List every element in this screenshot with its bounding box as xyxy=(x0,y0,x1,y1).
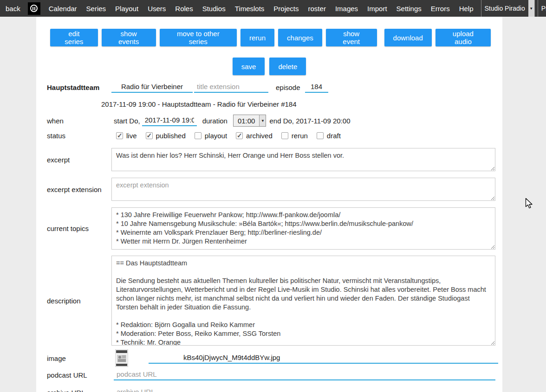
chevron-down-icon: ▼ xyxy=(528,0,534,17)
when-label: when xyxy=(36,117,111,125)
nav-import[interactable]: Import xyxy=(363,5,392,13)
excerpt-extension-textarea[interactable] xyxy=(111,178,495,201)
episode-label: episode xyxy=(276,84,300,91)
archive-url-input[interactable] xyxy=(114,387,495,392)
show-events-button[interactable]: show events xyxy=(102,29,156,46)
current-topics-textarea[interactable] xyxy=(111,207,495,250)
start-label: start Do, xyxy=(114,117,140,125)
checkbox-playout[interactable] xyxy=(195,132,202,139)
studio-select-value: Studio Piradio xyxy=(481,0,528,17)
rerun-button[interactable]: rerun xyxy=(240,29,274,46)
duration-label: duration xyxy=(202,117,228,125)
archive-url-label: archive URL xyxy=(36,389,111,392)
podcast-url-label: podcast URL xyxy=(36,371,111,379)
image-filename-input[interactable] xyxy=(149,353,498,364)
duration-select[interactable]: 01:00 ▼ xyxy=(233,115,266,127)
title-extension-input[interactable] xyxy=(194,82,268,93)
delete-button[interactable]: delete xyxy=(269,58,306,75)
nav-roster[interactable]: roster xyxy=(304,5,331,13)
title-row: Hauptstadtteam episode xyxy=(36,82,502,93)
top-navbar: back Calendar Series Playout Users Roles… xyxy=(0,0,546,17)
image-label: image xyxy=(36,354,111,362)
nav-users[interactable]: Users xyxy=(143,5,170,13)
nav-images[interactable]: Images xyxy=(331,5,363,13)
checkbox-archived[interactable] xyxy=(236,132,243,139)
end-datetime-label: end Do, 2017-11-09 20:00 xyxy=(269,117,350,125)
main-content: edit series show events move to other se… xyxy=(36,17,502,392)
mouse-cursor xyxy=(525,198,534,210)
nav-settings[interactable]: Settings xyxy=(392,5,426,13)
checkbox-rerun[interactable] xyxy=(281,132,288,139)
start-datetime-input[interactable] xyxy=(142,115,197,126)
episode-input[interactable] xyxy=(305,82,328,93)
pause-circle-logo-icon[interactable] xyxy=(28,2,40,15)
edit-series-button[interactable]: edit series xyxy=(50,29,98,46)
title-input[interactable] xyxy=(111,82,193,93)
duration-select-value: 01:00 xyxy=(234,115,260,126)
chevron-down-icon: ▼ xyxy=(259,115,266,126)
nav-calendar[interactable]: Calendar xyxy=(44,5,82,13)
checkbox-playout-label: playout xyxy=(205,132,227,140)
excerpt-label: excerpt xyxy=(36,156,111,164)
excerpt-extension-row: excerpt extension xyxy=(36,178,502,201)
nav-playout[interactable]: Playout xyxy=(110,5,143,13)
nav-roles[interactable]: Roles xyxy=(170,5,197,13)
checkbox-published-label: published xyxy=(156,132,186,140)
nav-timeslots[interactable]: Timeslots xyxy=(230,5,269,13)
download-button[interactable]: download xyxy=(384,29,432,46)
description-label: description xyxy=(36,297,111,305)
checkbox-archived-label: archived xyxy=(246,132,273,140)
back-link[interactable]: back xyxy=(0,5,26,13)
status-checkboxes: live published playout archived rerun dr… xyxy=(116,132,350,140)
current-topics-label: current topics xyxy=(36,225,111,232)
show-event-button[interactable]: show event xyxy=(326,29,377,46)
event-summary: 2017-11-09 19:00 - Hauptstadtteam - Radi… xyxy=(101,100,297,108)
studio-select[interactable]: Studio Piradio ▼ xyxy=(481,0,535,17)
checkbox-published[interactable] xyxy=(146,132,153,139)
image-row: image xyxy=(36,349,502,367)
checkbox-live[interactable] xyxy=(116,132,123,139)
excerpt-row: excerpt xyxy=(36,148,502,171)
nav-projects[interactable]: Projects xyxy=(269,5,303,13)
checkbox-draft-label: draft xyxy=(327,132,341,140)
when-row: when start Do, duration 01:00 ▼ end Do, … xyxy=(36,115,502,127)
image-thumbnail[interactable] xyxy=(115,349,128,367)
changes-button[interactable]: changes xyxy=(278,29,322,46)
toolbar-row-2: save delete xyxy=(36,58,502,75)
nav-studios[interactable]: Studios xyxy=(198,5,230,13)
current-topics-row: current topics xyxy=(36,207,502,250)
series-name-label: Hauptstadtteam xyxy=(36,84,111,91)
checkbox-rerun-label: rerun xyxy=(292,132,308,140)
nav-errors[interactable]: Errors xyxy=(426,5,455,13)
move-to-other-series-button[interactable]: move to other series xyxy=(160,29,237,46)
project-select-value: Project 88vier xyxy=(538,0,546,17)
archive-url-row: archive URL xyxy=(36,387,502,392)
description-textarea[interactable] xyxy=(111,256,495,346)
excerpt-extension-label: excerpt extension xyxy=(36,186,111,193)
status-row: status live published playout archived r… xyxy=(36,132,502,140)
upload-audio-button[interactable]: upload audio xyxy=(436,29,491,46)
project-select[interactable]: Project 88vier ▼ xyxy=(538,0,546,17)
toolbar-row-1: edit series show events move to other se… xyxy=(50,29,491,46)
podcast-url-input[interactable] xyxy=(114,369,495,380)
excerpt-textarea[interactable] xyxy=(111,148,495,171)
nav-series[interactable]: Series xyxy=(82,5,111,13)
nav-help[interactable]: Help xyxy=(455,5,478,13)
checkbox-draft[interactable] xyxy=(317,132,324,139)
save-button[interactable]: save xyxy=(233,58,265,75)
checkbox-live-label: live xyxy=(126,132,137,140)
description-row: description xyxy=(36,256,502,346)
podcast-url-row: podcast URL xyxy=(36,369,502,380)
status-label: status xyxy=(36,132,111,140)
